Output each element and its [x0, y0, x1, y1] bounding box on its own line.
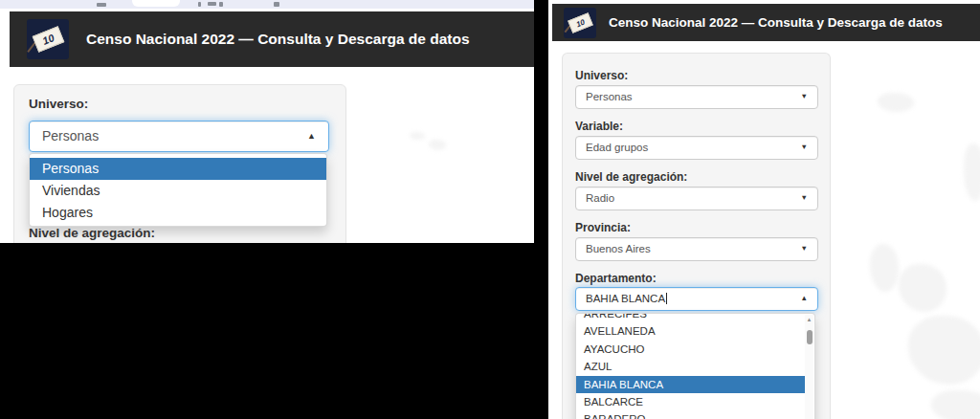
censo-2022-logo: 10 — [27, 19, 69, 59]
dropdown-option-bahia-blanca[interactable]: BAHIA BLANCA — [576, 376, 805, 393]
browser-chrome-fragment — [132, 0, 180, 7]
nivel-agregacion-label: Nivel de agregación: — [29, 226, 155, 241]
map-watermark-blob — [410, 132, 425, 140]
app-header: 10 Censo Nacional 2022 — Consulta y Desc… — [10, 11, 534, 67]
browser-chrome-strip — [0, 0, 534, 9]
page-title: Censo Nacional 2022 — Consulta y Descarg… — [609, 15, 943, 30]
map-watermark-blob — [931, 390, 980, 419]
browser-chrome-fragment — [198, 2, 201, 7]
caret-up-icon: ▲ — [801, 288, 808, 309]
provincia-selected-value: Buenos Aires — [576, 238, 796, 259]
scrollbar-thumb[interactable] — [807, 330, 813, 344]
nivel-agregacion-select[interactable]: Radio ▼ — [575, 187, 818, 210]
dropdown-option-personas[interactable]: Personas — [30, 158, 326, 180]
flag-icon: 10 — [33, 26, 65, 53]
departamento-label: Departamento: — [575, 272, 657, 285]
universo-label: Universo: — [29, 97, 88, 112]
scrollbar[interactable]: ▲ — [805, 315, 813, 419]
dropdown-option-baradero[interactable]: BARADERO — [576, 410, 805, 419]
dropdown-option-avellaneda[interactable]: AVELLANEDA — [576, 322, 805, 340]
logo-text: 10 — [575, 17, 587, 29]
provincia-label: Provincia: — [575, 221, 631, 234]
app-header: 10 Censo Nacional 2022 — Consulta y Desc… — [552, 4, 980, 41]
browser-chrome-fragment — [208, 2, 216, 6]
dropdown-option-ayacucho[interactable]: AYACUCHO — [576, 341, 805, 358]
logo-text: 10 — [41, 32, 56, 47]
map-watermark-blob — [899, 264, 947, 312]
nivel-selected-value: Radio — [576, 187, 796, 209]
variable-selected-value: Edad grupos — [576, 137, 796, 158]
departamento-input-value: BAHIA BLANCA — [586, 293, 665, 304]
departamento-dropdown-list: ARRECIFES AVELLANEDA AYACUCHO AZUL BAHIA… — [575, 313, 815, 419]
provincia-select[interactable]: Buenos Aires ▼ — [575, 237, 818, 261]
map-watermark-blob — [964, 143, 980, 201]
caret-down-icon: ▼ — [801, 187, 808, 209]
browser-chrome-fragment — [97, 3, 106, 7]
nivel-agregacion-label: Nivel de agregación: — [575, 170, 687, 184]
left-window: 10 Censo Nacional 2022 — Consulta y Desc… — [0, 0, 534, 243]
universo-dropdown-menu: Personas Viviendas Hogares — [29, 153, 327, 227]
map-watermark-blob — [870, 244, 899, 292]
dropdown-option-balcarce[interactable]: BALCARCE — [576, 393, 805, 410]
variable-label: Variable: — [575, 120, 623, 133]
universo-selected-value: Personas — [30, 121, 307, 150]
departamento-search-input[interactable]: BAHIA BLANCA ▲ — [575, 287, 818, 311]
universo-select[interactable]: Personas ▼ — [575, 85, 818, 109]
dropdown-option-hogares[interactable]: Hogares — [30, 202, 326, 224]
caret-up-icon: ▲ — [307, 121, 316, 150]
censo-2022-logo: 10 — [564, 8, 596, 38]
caret-down-icon: ▼ — [801, 238, 808, 259]
dropdown-option-azul[interactable]: AZUL — [576, 358, 805, 375]
right-window: 10 Censo Nacional 2022 — Consulta y Desc… — [548, 0, 980, 419]
browser-chrome-fragment — [274, 2, 279, 7]
scroll-up-arrow-icon[interactable]: ▲ — [805, 316, 813, 323]
caret-down-icon: ▼ — [801, 86, 808, 107]
browser-chrome-fragment — [219, 2, 223, 7]
map-watermark-blob — [878, 93, 914, 112]
variable-select[interactable]: Edad grupos ▼ — [575, 136, 818, 160]
map-watermark-blob — [429, 140, 446, 150]
flag-icon: 10 — [568, 12, 593, 33]
dropdown-option-viviendas[interactable]: Viviendas — [30, 180, 326, 202]
universo-select[interactable]: Personas ▲ — [29, 121, 329, 152]
page-title: Censo Nacional 2022 — Consulta y Descarg… — [86, 31, 470, 48]
map-watermark-blob — [908, 316, 980, 385]
universo-label: Universo: — [575, 69, 628, 82]
dropdown-option-arrecifes[interactable]: ARRECIFES — [576, 313, 805, 322]
universo-selected-value: Personas — [576, 86, 796, 107]
caret-down-icon: ▼ — [801, 137, 808, 158]
dropdown-options: ARRECIFES AVELLANEDA AYACUCHO AZUL BAHIA… — [576, 313, 814, 419]
text-cursor — [666, 293, 667, 304]
